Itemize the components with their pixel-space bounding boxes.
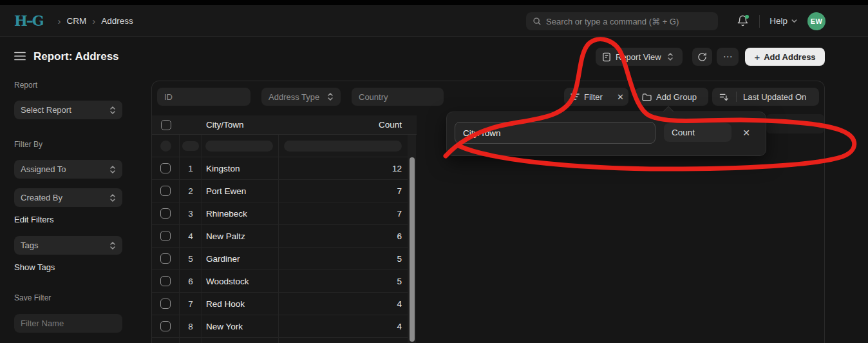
select-all-checkbox[interactable] [161, 120, 171, 130]
table-row[interactable]: 1 Kingston 12 [152, 157, 408, 180]
table-row[interactable]: 4 New Paltz 6 [152, 225, 408, 248]
show-tags-link[interactable]: Show Tags [14, 262, 55, 272]
more-options-button[interactable]: ⋯ [717, 48, 739, 66]
row-checkbox[interactable] [160, 299, 171, 309]
table-row[interactable]: 6 Woodstock 5 [152, 270, 408, 293]
assigned-to-dropdown[interactable]: Assigned To [14, 160, 122, 179]
row-checkbox[interactable] [160, 186, 171, 196]
id-filter-input[interactable]: ID [157, 88, 250, 106]
table-row[interactable] [152, 338, 408, 343]
report-view-dropdown[interactable]: Report View [596, 48, 683, 66]
table-row[interactable]: 3 Rhinebeck 7 [152, 202, 408, 225]
clear-filter-button[interactable]: ✕ [609, 88, 632, 106]
table-scrollbar-track[interactable] [408, 135, 416, 343]
ellipsis-icon: ⋯ [723, 51, 733, 63]
report-section-label: Report [14, 81, 37, 90]
sort-field-label: Last Updated On [743, 92, 806, 102]
row-checkbox[interactable] [160, 253, 171, 264]
row-checkbox[interactable] [160, 208, 171, 219]
filter-name-placeholder: Filter Name [21, 318, 64, 328]
chevron-up-down-icon [109, 165, 116, 174]
count-cell: 5 [279, 270, 407, 292]
breadcrumb-crm[interactable]: CRM [67, 16, 87, 26]
app-logo[interactable]: H–G [14, 12, 43, 29]
city-cell: Rhinebeck [202, 202, 279, 224]
table-row[interactable]: 8 New York 4 [152, 315, 408, 338]
add-group-button[interactable]: Add Group [635, 88, 708, 106]
edit-filters-link[interactable]: Edit Filters [14, 215, 53, 224]
city-cell: Port Ewen [202, 180, 279, 202]
add-address-button[interactable]: + Add Address [745, 48, 825, 66]
count-cell: 7 [279, 180, 407, 202]
sidebar-toggle-icon[interactable] [14, 52, 26, 61]
column-header-count[interactable]: Count [279, 115, 407, 134]
count-column-filter-input[interactable] [284, 141, 402, 152]
city-cell: New Paltz [202, 225, 279, 247]
chevron-up-down-icon [327, 92, 334, 101]
table-row[interactable]: 5 Gardiner 5 [152, 248, 408, 270]
save-filter-section-label: Save Filter [14, 293, 51, 302]
chevron-up-down-icon [109, 106, 116, 115]
refresh-button[interactable] [692, 48, 712, 66]
group-aggregate-select[interactable]: Count [664, 123, 731, 142]
group-field-input[interactable]: City/Town [455, 122, 656, 144]
city-column-filter-input[interactable] [205, 141, 273, 152]
city-cell: Kingston [202, 157, 279, 179]
chevron-down-icon [791, 17, 798, 24]
filter-cell-checkbox[interactable] [160, 141, 171, 152]
table-header-row: City/Town Count [152, 115, 417, 135]
row-checkbox[interactable] [160, 276, 171, 286]
tags-value: Tags [21, 240, 109, 250]
search-placeholder: Search or type a command (⌘ + G) [546, 17, 679, 26]
tags-dropdown[interactable]: Tags [14, 236, 122, 255]
notifications-bell-icon[interactable] [737, 15, 750, 28]
row-number: 5 [180, 248, 202, 270]
row-checkbox[interactable] [160, 163, 171, 173]
created-by-value: Created By [21, 193, 109, 202]
table-scrollbar-thumb[interactable] [410, 157, 415, 342]
plus-icon: + [754, 52, 760, 63]
refresh-icon [697, 52, 707, 62]
navbar: H–G › CRM › Address Search or type a com… [0, 5, 868, 37]
sort-field-button[interactable]: Last Updated On [737, 88, 813, 106]
table-filter-row [152, 135, 408, 157]
chevron-up-down-icon [109, 241, 116, 250]
filter-cell-index[interactable] [182, 141, 199, 151]
count-cell: 6 [279, 225, 407, 247]
sort-direction-button[interactable] [712, 88, 736, 106]
remove-group-button[interactable]: ✕ [737, 123, 756, 142]
sort-icon [719, 93, 729, 101]
window-top-strip [0, 0, 868, 5]
created-by-dropdown[interactable]: Created By [14, 188, 122, 207]
address-type-dropdown[interactable]: Address Type [261, 88, 341, 106]
select-report-dropdown[interactable]: Select Report [14, 101, 122, 119]
select-report-value: Select Report [21, 105, 109, 115]
filter-button[interactable]: Filter [564, 88, 609, 106]
address-type-value: Address Type [269, 92, 327, 102]
group-aggregate-value: Count [672, 128, 695, 137]
help-menu[interactable]: Help [769, 16, 798, 26]
row-number: 4 [180, 225, 202, 247]
add-address-label: Add Address [764, 52, 815, 62]
sort-button-group: Last Updated On [712, 88, 819, 106]
count-cell: 12 [279, 157, 407, 179]
filter-name-input[interactable]: Filter Name [14, 314, 122, 333]
table-row[interactable]: 2 Port Ewen 7 [152, 180, 408, 202]
table-row[interactable]: 7 Red Hook 4 [152, 293, 408, 315]
city-cell: Red Hook [202, 293, 279, 315]
row-checkbox[interactable] [160, 231, 171, 241]
row-number: 3 [180, 202, 202, 224]
global-search-input[interactable]: Search or type a command (⌘ + G) [526, 12, 718, 30]
country-filter-input[interactable]: Country [352, 88, 444, 106]
row-number: 1 [180, 157, 202, 179]
row-checkbox[interactable] [160, 321, 171, 331]
add-group-label: Add Group [656, 92, 697, 102]
count-cell: 4 [279, 315, 407, 337]
column-header-city[interactable]: City/Town [202, 115, 279, 134]
count-cell: 5 [279, 248, 407, 270]
report-view-label: Report View [616, 52, 661, 62]
avatar[interactable]: EW [807, 12, 826, 30]
breadcrumb-address[interactable]: Address [101, 16, 133, 26]
chevron-up-down-icon [109, 193, 116, 202]
filter-label: Filter [584, 92, 603, 102]
